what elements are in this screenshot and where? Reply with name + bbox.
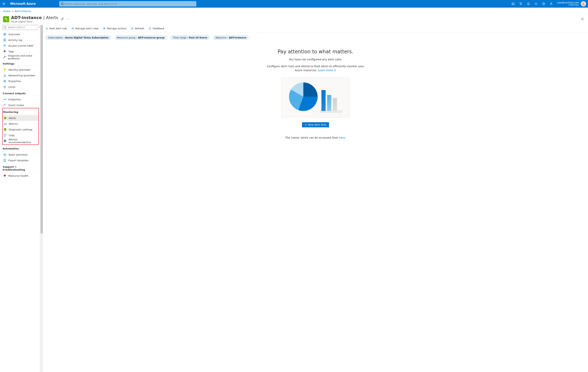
sidebar-item-access-control[interactable]: Access control (IAM) xyxy=(2,43,40,49)
global-search[interactable] xyxy=(59,1,196,7)
sidebar-item-properties[interactable]: Properties xyxy=(2,78,40,84)
sidebar-item-label: Diagnostic settings xyxy=(9,128,32,131)
sidebar-item-label: Alerts xyxy=(9,117,16,120)
settings-button[interactable] xyxy=(532,0,540,8)
help-button[interactable] xyxy=(540,0,547,8)
pill-resource[interactable]: Resource : ADT-instance xyxy=(213,35,249,40)
main-content: New alert rule Manage alert rules Manage… xyxy=(43,25,588,372)
pill-subscription[interactable]: Subscription : Azure Digital Twins Subsc… xyxy=(45,35,111,40)
breadcrumb: Home > ADT-instance xyxy=(0,8,588,14)
svg-point-21 xyxy=(4,99,4,100)
notifications-button[interactable] xyxy=(525,0,532,8)
page-title: ADT-instance | Alerts xyxy=(11,15,58,20)
svg-point-19 xyxy=(4,82,5,82)
empty-state: Pay attention to what matters. You have … xyxy=(256,49,375,139)
svg-point-5 xyxy=(551,3,552,4)
sidebar-item-diagnostic-settings[interactable]: Diagnostic settings xyxy=(3,127,39,132)
sidebar-item-label: Resource health xyxy=(8,174,28,177)
sidebar-search-input[interactable] xyxy=(8,26,37,29)
sidebar-item-event-routes[interactable]: Event routes xyxy=(2,102,40,108)
sidebar-item-logs[interactable]: Logs xyxy=(3,132,39,138)
brand-label[interactable]: Microsoft Azure xyxy=(8,2,38,6)
account-info[interactable]: user@contoso.com CONTOSO xyxy=(555,1,581,6)
sidebar-scrollbar[interactable] xyxy=(40,25,43,372)
sidebar-item-resource-health[interactable]: Resource health xyxy=(2,173,40,179)
activity-log-icon xyxy=(3,39,6,41)
pill-time-range[interactable]: Time range : Past 24 hours xyxy=(170,35,210,40)
hamburger-menu-button[interactable] xyxy=(0,2,8,5)
sidebar-item-export-template[interactable]: Export template xyxy=(2,157,40,163)
classic-alerts-link[interactable]: here xyxy=(339,136,345,139)
sidebar-group-settings: Settings xyxy=(3,62,40,65)
sidebar-item-label: Activity log xyxy=(8,39,22,41)
cmd-manage-actions[interactable]: Manage actions xyxy=(103,27,127,30)
scrollbar-thumb[interactable] xyxy=(41,25,43,234)
pin-icon xyxy=(61,17,64,20)
sidebar-item-metrics[interactable]: Metrics xyxy=(3,121,39,127)
svg-rect-24 xyxy=(4,117,6,119)
button-label: New Alert Rule xyxy=(308,123,326,126)
sidebar-item-label: Export template xyxy=(8,159,28,162)
gear-icon xyxy=(535,2,537,5)
sidebar-search[interactable] xyxy=(2,25,38,30)
directories-button[interactable] xyxy=(517,0,525,8)
breadcrumb-home[interactable]: Home xyxy=(3,10,10,12)
refresh-icon xyxy=(131,27,134,30)
bar-graphic xyxy=(333,98,337,111)
learn-more-link[interactable]: Learn more xyxy=(318,69,336,72)
pill-resource-group[interactable]: Resource group : ADT-resource-group xyxy=(114,35,167,40)
sidebar-item-label: Locks xyxy=(8,85,15,88)
svg-rect-28 xyxy=(4,154,5,155)
close-blade-button[interactable] xyxy=(580,16,585,22)
sidebar-item-identity[interactable]: Identity (preview) xyxy=(2,67,40,72)
sidebar-item-label: Logs xyxy=(9,134,14,137)
search-icon xyxy=(4,26,7,29)
sidebar-item-tags[interactable]: Tags xyxy=(2,49,40,54)
sidebar-item-activity-log[interactable]: Activity log xyxy=(2,37,40,43)
svg-point-12 xyxy=(4,45,5,46)
user-email: user@contoso.com xyxy=(557,1,579,4)
sidebar-item-advisor[interactable]: Advisor recommendations xyxy=(3,138,39,144)
svg-rect-29 xyxy=(5,154,6,155)
global-search-input[interactable] xyxy=(64,2,195,5)
sidebar-item-diagnose[interactable]: Diagnose and solve problems xyxy=(2,54,40,60)
cmd-manage-alert-rules[interactable]: Manage alert rules xyxy=(71,27,99,30)
endpoint-icon xyxy=(3,98,6,101)
sidebar-item-endpoints[interactable]: Endpoints xyxy=(2,96,40,102)
globe-icon xyxy=(3,33,6,36)
sidebar-item-tasks[interactable]: Tasks (preview) xyxy=(2,152,40,157)
heart-icon xyxy=(3,174,6,177)
svg-point-4 xyxy=(544,4,544,5)
more-button[interactable]: ··· xyxy=(66,17,70,21)
plus-icon xyxy=(45,27,48,30)
gear-icon xyxy=(71,27,74,30)
svg-point-6 xyxy=(583,3,584,4)
tasks-icon xyxy=(3,153,6,156)
svg-point-35 xyxy=(105,28,105,29)
cmd-new-alert-rule[interactable]: New alert rule xyxy=(45,27,67,30)
breadcrumb-current[interactable]: ADT-instance xyxy=(15,10,31,12)
svg-point-22 xyxy=(5,99,6,100)
svg-point-33 xyxy=(72,28,73,29)
sidebar-item-networking[interactable]: Networking (preview) xyxy=(2,72,40,78)
pin-button[interactable] xyxy=(61,17,64,21)
sidebar-item-locks[interactable]: Locks xyxy=(2,84,40,90)
sidebar-group-support: Support + troubleshooting xyxy=(3,165,40,171)
properties-icon xyxy=(3,80,6,83)
sidebar-item-overview[interactable]: Overview xyxy=(2,31,40,37)
svg-point-23 xyxy=(4,106,4,106)
sidebar-item-label: Networking (preview) xyxy=(8,74,35,77)
feedback-button[interactable] xyxy=(547,0,555,8)
cmd-feedback[interactable]: Feedback xyxy=(148,27,164,30)
user-avatar[interactable] xyxy=(581,1,586,7)
metrics-icon xyxy=(4,122,7,125)
sidebar-item-label: Advisor recommendations xyxy=(9,138,39,144)
svg-point-9 xyxy=(4,26,6,28)
cloud-shell-button[interactable] xyxy=(509,0,517,8)
cmd-label: Manage alert rules xyxy=(75,27,99,30)
svg-point-17 xyxy=(4,80,5,81)
sidebar-item-alerts[interactable]: Alerts xyxy=(3,115,39,121)
avatar-icon xyxy=(582,2,585,5)
cmd-refresh[interactable]: Refresh xyxy=(131,27,144,30)
new-alert-rule-button[interactable]: New Alert Rule xyxy=(302,122,329,127)
